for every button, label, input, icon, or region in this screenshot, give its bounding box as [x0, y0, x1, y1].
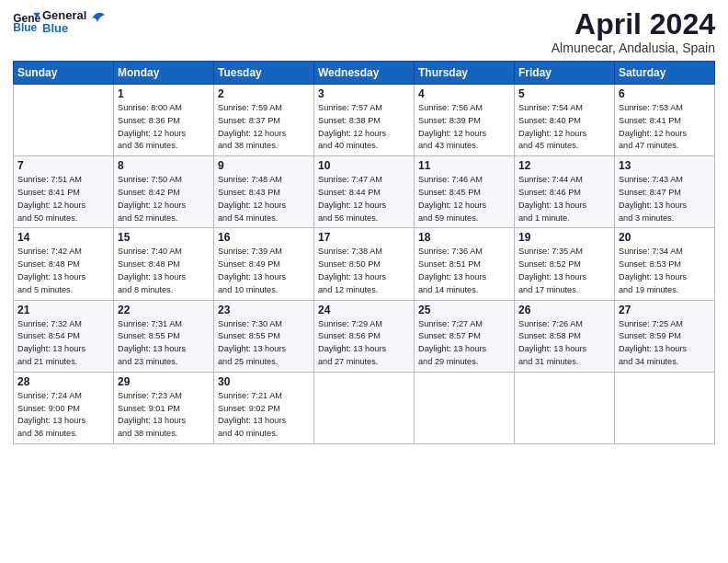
day-number: 12 — [518, 159, 610, 172]
table-cell: 4Sunrise: 7:56 AMSunset: 8:39 PMDaylight… — [415, 85, 515, 156]
day-number: 18 — [418, 231, 510, 244]
day-number: 15 — [118, 231, 210, 244]
logo-bird-icon — [90, 9, 105, 28]
day-info: Sunrise: 7:53 AMSunset: 8:41 PMDaylight:… — [619, 102, 711, 153]
month-title: April 2024 — [552, 9, 715, 39]
table-cell — [515, 372, 615, 443]
day-info: Sunrise: 7:27 AMSunset: 8:57 PMDaylight:… — [418, 318, 510, 369]
day-number: 6 — [619, 87, 711, 100]
table-cell: 3Sunrise: 7:57 AMSunset: 8:38 PMDaylight… — [314, 85, 415, 156]
day-info: Sunrise: 7:30 AMSunset: 8:55 PMDaylight:… — [218, 318, 310, 369]
day-number: 16 — [218, 231, 310, 244]
day-number: 1 — [118, 87, 210, 100]
day-info: Sunrise: 7:35 AMSunset: 8:52 PMDaylight:… — [518, 246, 610, 296]
table-cell: 24Sunrise: 7:29 AMSunset: 8:56 PMDayligh… — [314, 300, 415, 372]
col-thursday: Thursday — [415, 62, 515, 85]
day-info: Sunrise: 7:59 AMSunset: 8:37 PMDaylight:… — [218, 102, 310, 153]
week-row-5: 28Sunrise: 7:24 AMSunset: 9:00 PMDayligh… — [14, 372, 715, 443]
table-cell: 28Sunrise: 7:24 AMSunset: 9:00 PMDayligh… — [14, 372, 114, 443]
table-cell: 20Sunrise: 7:34 AMSunset: 8:53 PMDayligh… — [615, 228, 715, 300]
day-info: Sunrise: 7:31 AMSunset: 8:55 PMDaylight:… — [118, 318, 210, 369]
table-cell: 15Sunrise: 7:40 AMSunset: 8:48 PMDayligh… — [114, 228, 214, 300]
day-info: Sunrise: 7:44 AMSunset: 8:46 PMDaylight:… — [518, 174, 610, 224]
col-tuesday: Tuesday — [214, 62, 314, 85]
col-friday: Friday — [515, 62, 615, 85]
day-number: 2 — [218, 87, 310, 100]
day-number: 27 — [619, 304, 711, 316]
day-info: Sunrise: 7:32 AMSunset: 8:54 PMDaylight:… — [17, 318, 109, 369]
svg-text:Blue: Blue — [13, 21, 37, 33]
calendar-container: General Blue General Blue April 2024 Alm… — [0, 0, 728, 454]
table-cell — [314, 372, 415, 443]
table-cell: 12Sunrise: 7:44 AMSunset: 8:46 PMDayligh… — [515, 156, 615, 228]
day-info: Sunrise: 7:54 AMSunset: 8:40 PMDaylight:… — [518, 102, 610, 153]
day-number: 4 — [418, 87, 510, 100]
day-info: Sunrise: 7:24 AMSunset: 9:00 PMDaylight:… — [17, 390, 109, 441]
week-row-2: 7Sunrise: 7:51 AMSunset: 8:41 PMDaylight… — [14, 156, 715, 228]
calendar-table: Sunday Monday Tuesday Wednesday Thursday… — [13, 61, 715, 444]
table-cell: 21Sunrise: 7:32 AMSunset: 8:54 PMDayligh… — [14, 300, 114, 372]
day-info: Sunrise: 7:26 AMSunset: 8:58 PMDaylight:… — [518, 318, 610, 369]
day-info: Sunrise: 7:42 AMSunset: 8:48 PMDaylight:… — [17, 246, 109, 296]
day-number: 11 — [418, 159, 510, 172]
day-number: 22 — [118, 304, 210, 316]
day-info: Sunrise: 8:00 AMSunset: 8:36 PMDaylight:… — [118, 102, 210, 153]
table-cell: 26Sunrise: 7:26 AMSunset: 8:58 PMDayligh… — [515, 300, 615, 372]
table-cell: 22Sunrise: 7:31 AMSunset: 8:55 PMDayligh… — [114, 300, 214, 372]
day-number: 3 — [318, 87, 410, 100]
day-number: 13 — [619, 159, 711, 172]
day-info: Sunrise: 7:23 AMSunset: 9:01 PMDaylight:… — [118, 390, 210, 441]
day-info: Sunrise: 7:38 AMSunset: 8:50 PMDaylight:… — [318, 246, 410, 296]
day-info: Sunrise: 7:48 AMSunset: 8:43 PMDaylight:… — [218, 174, 310, 224]
day-number: 28 — [17, 375, 109, 388]
table-cell: 8Sunrise: 7:50 AMSunset: 8:42 PMDaylight… — [114, 156, 214, 228]
day-number: 24 — [318, 304, 410, 316]
day-number: 26 — [518, 304, 610, 316]
day-info: Sunrise: 7:51 AMSunset: 8:41 PMDaylight:… — [17, 174, 109, 224]
table-cell — [14, 85, 114, 156]
table-cell: 29Sunrise: 7:23 AMSunset: 9:01 PMDayligh… — [114, 372, 214, 443]
table-cell: 10Sunrise: 7:47 AMSunset: 8:44 PMDayligh… — [314, 156, 415, 228]
day-number: 29 — [118, 375, 210, 388]
day-info: Sunrise: 7:50 AMSunset: 8:42 PMDaylight:… — [118, 174, 210, 224]
col-sunday: Sunday — [14, 62, 114, 85]
table-cell: 23Sunrise: 7:30 AMSunset: 8:55 PMDayligh… — [214, 300, 314, 372]
day-number: 17 — [318, 231, 410, 244]
day-info: Sunrise: 7:29 AMSunset: 8:56 PMDaylight:… — [318, 318, 410, 369]
table-cell — [615, 372, 715, 443]
day-number: 8 — [118, 159, 210, 172]
column-headers: Sunday Monday Tuesday Wednesday Thursday… — [14, 62, 715, 85]
day-number: 9 — [218, 159, 310, 172]
logo: General Blue General Blue — [13, 9, 105, 36]
day-number: 20 — [619, 231, 711, 244]
logo-icon: General Blue — [13, 11, 40, 33]
day-number: 5 — [518, 87, 610, 100]
table-cell: 18Sunrise: 7:36 AMSunset: 8:51 PMDayligh… — [415, 228, 515, 300]
day-number: 7 — [17, 159, 109, 172]
logo-general: General — [42, 8, 86, 22]
table-cell: 7Sunrise: 7:51 AMSunset: 8:41 PMDaylight… — [14, 156, 114, 228]
day-number: 30 — [218, 375, 310, 388]
table-cell: 5Sunrise: 7:54 AMSunset: 8:40 PMDaylight… — [515, 85, 615, 156]
day-number: 25 — [418, 304, 510, 316]
title-block: April 2024 Almunecar, Andalusia, Spain — [552, 9, 715, 55]
day-info: Sunrise: 7:43 AMSunset: 8:47 PMDaylight:… — [619, 174, 711, 224]
day-number: 14 — [17, 231, 109, 244]
week-row-4: 21Sunrise: 7:32 AMSunset: 8:54 PMDayligh… — [14, 300, 715, 372]
table-cell: 30Sunrise: 7:21 AMSunset: 9:02 PMDayligh… — [214, 372, 314, 443]
day-info: Sunrise: 7:25 AMSunset: 8:59 PMDaylight:… — [619, 318, 711, 369]
table-cell: 14Sunrise: 7:42 AMSunset: 8:48 PMDayligh… — [14, 228, 114, 300]
day-number: 23 — [218, 304, 310, 316]
day-number: 21 — [17, 304, 109, 316]
day-info: Sunrise: 7:47 AMSunset: 8:44 PMDaylight:… — [318, 174, 410, 224]
table-cell: 19Sunrise: 7:35 AMSunset: 8:52 PMDayligh… — [515, 228, 615, 300]
day-info: Sunrise: 7:57 AMSunset: 8:38 PMDaylight:… — [318, 102, 410, 153]
location: Almunecar, Andalusia, Spain — [552, 40, 715, 55]
col-saturday: Saturday — [615, 62, 715, 85]
day-info: Sunrise: 7:34 AMSunset: 8:53 PMDaylight:… — [619, 246, 711, 296]
col-wednesday: Wednesday — [314, 62, 415, 85]
week-row-3: 14Sunrise: 7:42 AMSunset: 8:48 PMDayligh… — [14, 228, 715, 300]
header: General Blue General Blue April 2024 Alm… — [13, 9, 715, 55]
day-info: Sunrise: 7:21 AMSunset: 9:02 PMDaylight:… — [218, 390, 310, 441]
day-info: Sunrise: 7:46 AMSunset: 8:45 PMDaylight:… — [418, 174, 510, 224]
